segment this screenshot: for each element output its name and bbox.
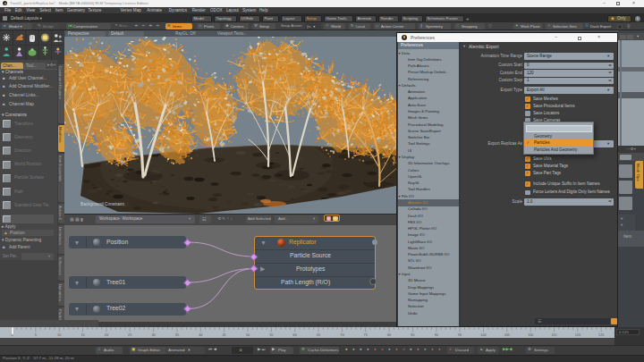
svg-text:75: 75 [364, 333, 368, 337]
svg-text:80: 80 [387, 333, 391, 337]
svg-text:60: 60 [293, 333, 297, 337]
svg-text:115: 115 [551, 333, 556, 337]
svg-text:105: 105 [504, 333, 510, 337]
svg-text:20: 20 [105, 333, 108, 337]
svg-text:50: 50 [246, 333, 250, 337]
svg-text:65: 65 [317, 333, 320, 337]
svg-text:120: 120 [575, 333, 580, 337]
svg-text:35: 35 [175, 333, 179, 337]
svg-text:10: 10 [57, 333, 61, 337]
svg-text:100: 100 [480, 333, 486, 337]
svg-text:25: 25 [128, 333, 131, 337]
svg-text:15: 15 [80, 333, 84, 337]
svg-text:70: 70 [340, 333, 343, 337]
svg-text:30: 30 [151, 333, 155, 337]
svg-text:85: 85 [411, 333, 414, 337]
svg-text:110: 110 [528, 333, 533, 337]
svg-text:40: 40 [199, 333, 202, 337]
svg-text:125: 125 [598, 333, 604, 337]
svg-text:90: 90 [435, 333, 438, 337]
svg-text:45: 45 [222, 333, 225, 337]
svg-text:5: 5 [35, 333, 37, 337]
svg-text:95: 95 [458, 333, 462, 337]
svg-text:55: 55 [269, 333, 273, 337]
